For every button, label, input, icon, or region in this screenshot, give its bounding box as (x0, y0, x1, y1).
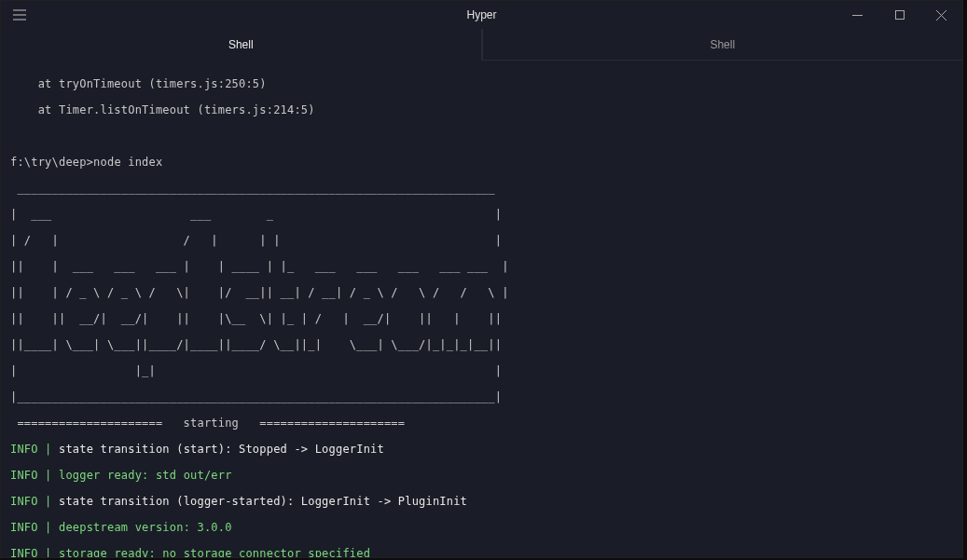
titlebar: Hyper (1, 1, 962, 29)
hyper-window: Hyper Shell Shell at tryOnTimeout (timer… (0, 0, 963, 558)
info-line: INFO | storage ready: no storage connect… (10, 547, 953, 557)
info-line: INFO | state transition (start): Stopped… (10, 443, 953, 456)
info-line: INFO | deepstream version: 3.0.0 (10, 521, 953, 534)
tab-shell-1[interactable]: Shell (1, 29, 482, 61)
output-line: at Timer.listOnTimeout (timers.js:214:5) (10, 103, 953, 116)
window-controls (836, 1, 962, 29)
terminal-pane[interactable]: at tryOnTimeout (timers.js:250:5) at Tim… (1, 61, 962, 557)
ascii-art-line: ________________________________________… (10, 182, 953, 195)
tab-bar: Shell Shell (1, 29, 962, 61)
ascii-art-line: || || __/| __/| || |\__ \| |_ | / | __/|… (10, 312, 953, 325)
prompt-line: f:\try\deep>node index (10, 156, 953, 169)
ascii-art-line: || | / _ \ / _ \ / \| |/ __|| __| / __| … (10, 286, 953, 299)
info-line: INFO | state transition (logger-started)… (10, 495, 953, 508)
starting-banner: ===================== starting =========… (10, 417, 953, 430)
window-title: Hyper (466, 8, 496, 21)
info-line: INFO | logger ready: std out/err (10, 469, 953, 482)
tab-label: Shell (228, 38, 254, 51)
tab-shell-2[interactable]: Shell (482, 29, 963, 61)
ascii-art-line: | |_| | (10, 364, 953, 377)
ascii-art-line: | ___ ___ _ | (10, 208, 953, 221)
minimize-button[interactable] (836, 1, 878, 29)
command-text: node index (93, 156, 162, 169)
svg-rect-4 (895, 11, 904, 20)
tab-label: Shell (710, 38, 735, 51)
prompt-path: f:\try\deep> (10, 156, 93, 169)
blank-line (10, 130, 953, 143)
ascii-art-line: || | ___ ___ ___ | | ____ | |_ ___ ___ _… (10, 260, 953, 273)
maximize-button[interactable] (878, 1, 920, 29)
ascii-art-line: ||____| \___| \___||____/|____||____/ \_… (10, 338, 953, 351)
output-line: at tryOnTimeout (timers.js:250:5) (10, 77, 953, 90)
ascii-art-line: |_______________________________________… (10, 390, 953, 403)
close-button[interactable] (920, 1, 962, 29)
hamburger-menu-icon[interactable] (1, 1, 38, 29)
ascii-art-line: | / | / | | | | (10, 234, 953, 247)
